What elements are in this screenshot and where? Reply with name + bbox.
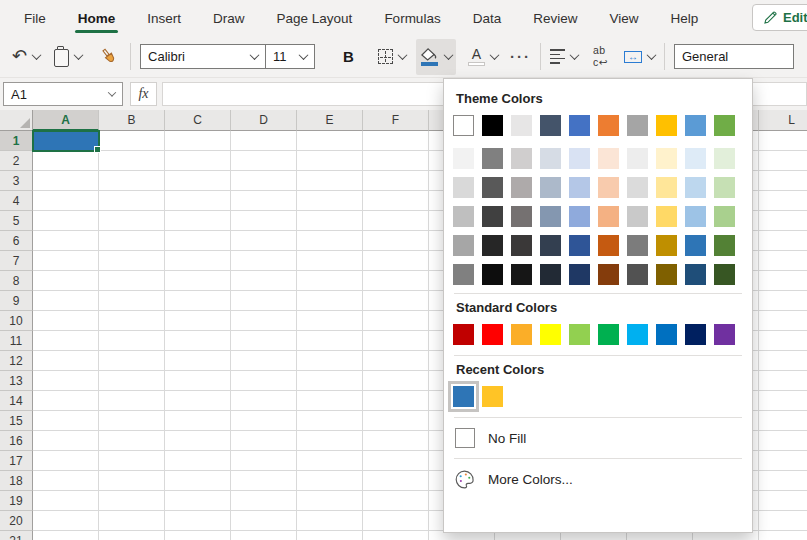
theme-variant-0-swatch-4[interactable] [569, 148, 590, 169]
editing-button[interactable]: Editing [752, 4, 807, 31]
theme-color-swatch-4[interactable] [569, 115, 590, 136]
cell-L1[interactable] [759, 131, 807, 151]
cell-F9[interactable] [363, 291, 429, 311]
standard-color-swatch-5[interactable] [598, 324, 619, 345]
cell-C1[interactable] [165, 131, 231, 151]
theme-variant-2-swatch-3[interactable] [540, 206, 561, 227]
menu-tab-view[interactable]: View [593, 0, 654, 36]
cell-F11[interactable] [363, 331, 429, 351]
cell-F16[interactable] [363, 431, 429, 451]
cell-D9[interactable] [231, 291, 297, 311]
cell-A21[interactable] [33, 531, 99, 540]
cell-L10[interactable] [759, 311, 807, 331]
theme-color-swatch-8[interactable] [685, 115, 706, 136]
column-header-L[interactable]: L [759, 110, 807, 131]
row-header-20[interactable]: 20 [0, 511, 33, 531]
theme-variant-2-swatch-6[interactable] [627, 206, 648, 227]
cell-L12[interactable] [759, 351, 807, 371]
cell-C12[interactable] [165, 351, 231, 371]
cell-F20[interactable] [363, 511, 429, 531]
cell-A19[interactable] [33, 491, 99, 511]
cell-L15[interactable] [759, 411, 807, 431]
cell-C5[interactable] [165, 211, 231, 231]
theme-variant-1-swatch-8[interactable] [685, 177, 706, 198]
cell-E8[interactable] [297, 271, 363, 291]
theme-variant-2-swatch-2[interactable] [511, 206, 532, 227]
standard-color-swatch-9[interactable] [714, 324, 735, 345]
cell-F1[interactable] [363, 131, 429, 151]
cell-F6[interactable] [363, 231, 429, 251]
cell-F8[interactable] [363, 271, 429, 291]
standard-color-swatch-4[interactable] [569, 324, 590, 345]
cell-E14[interactable] [297, 391, 363, 411]
row-header-18[interactable]: 18 [0, 471, 33, 491]
cell-C13[interactable] [165, 371, 231, 391]
cell-L5[interactable] [759, 211, 807, 231]
chevron-down-icon[interactable] [489, 50, 499, 60]
cell-D2[interactable] [231, 151, 297, 171]
cell-B1[interactable] [99, 131, 165, 151]
row-header-3[interactable]: 3 [0, 171, 33, 191]
cell-D1[interactable] [231, 131, 297, 151]
cell-C21[interactable] [165, 531, 231, 540]
cell-E4[interactable] [297, 191, 363, 211]
cell-B10[interactable] [99, 311, 165, 331]
row-header-13[interactable]: 13 [0, 371, 33, 391]
cell-D3[interactable] [231, 171, 297, 191]
row-header-11[interactable]: 11 [0, 331, 33, 351]
cell-L11[interactable] [759, 331, 807, 351]
theme-variant-0-swatch-2[interactable] [511, 148, 532, 169]
theme-variant-3-swatch-3[interactable] [540, 235, 561, 256]
menu-tab-review[interactable]: Review [517, 0, 593, 36]
cell-C8[interactable] [165, 271, 231, 291]
theme-color-swatch-0[interactable] [453, 115, 474, 136]
cell-C6[interactable] [165, 231, 231, 251]
cell-C4[interactable] [165, 191, 231, 211]
row-header-21[interactable]: 21 [0, 531, 33, 540]
cell-A16[interactable] [33, 431, 99, 451]
theme-variant-3-swatch-9[interactable] [714, 235, 735, 256]
theme-color-swatch-3[interactable] [540, 115, 561, 136]
cell-E5[interactable] [297, 211, 363, 231]
theme-variant-2-swatch-1[interactable] [482, 206, 503, 227]
row-header-4[interactable]: 4 [0, 191, 33, 211]
insert-function-button[interactable]: fx [130, 82, 157, 106]
number-format-select[interactable]: General [674, 44, 794, 69]
theme-variant-1-swatch-4[interactable] [569, 177, 590, 198]
cell-B18[interactable] [99, 471, 165, 491]
theme-variant-1-swatch-7[interactable] [656, 177, 677, 198]
cell-D11[interactable] [231, 331, 297, 351]
chevron-down-icon[interactable] [443, 50, 453, 60]
cell-B13[interactable] [99, 371, 165, 391]
theme-variant-3-swatch-5[interactable] [598, 235, 619, 256]
cell-B12[interactable] [99, 351, 165, 371]
cell-F14[interactable] [363, 391, 429, 411]
cell-A17[interactable] [33, 451, 99, 471]
select-all-corner[interactable] [0, 110, 33, 131]
cell-L9[interactable] [759, 291, 807, 311]
align-button[interactable] [550, 49, 578, 64]
cell-D12[interactable] [231, 351, 297, 371]
cell-F13[interactable] [363, 371, 429, 391]
cell-F17[interactable] [363, 451, 429, 471]
theme-variant-4-swatch-0[interactable] [453, 264, 474, 285]
row-header-10[interactable]: 10 [0, 311, 33, 331]
cell-L21[interactable] [759, 531, 807, 540]
fill-color-button[interactable] [416, 39, 456, 75]
standard-color-swatch-2[interactable] [511, 324, 532, 345]
cell-E2[interactable] [297, 151, 363, 171]
theme-color-swatch-2[interactable] [511, 115, 532, 136]
theme-variant-0-swatch-0[interactable] [453, 148, 474, 169]
row-header-16[interactable]: 16 [0, 431, 33, 451]
cell-L13[interactable] [759, 371, 807, 391]
theme-variant-1-swatch-2[interactable] [511, 177, 532, 198]
cell-C2[interactable] [165, 151, 231, 171]
chevron-down-icon[interactable] [108, 88, 116, 96]
cell-E3[interactable] [297, 171, 363, 191]
row-header-19[interactable]: 19 [0, 491, 33, 511]
row-header-15[interactable]: 15 [0, 411, 33, 431]
row-header-14[interactable]: 14 [0, 391, 33, 411]
cell-A12[interactable] [33, 351, 99, 371]
theme-variant-2-swatch-8[interactable] [685, 206, 706, 227]
cell-F10[interactable] [363, 311, 429, 331]
